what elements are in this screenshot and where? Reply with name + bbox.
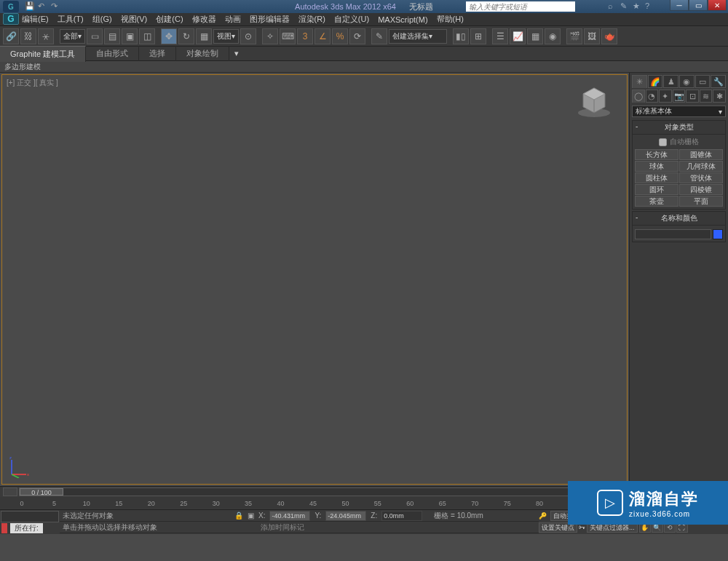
obj-torus-button[interactable]: 圆环 [635, 184, 678, 195]
mirror-icon[interactable]: ▮▯ [453, 28, 469, 44]
viewcube-icon[interactable] [576, 82, 612, 119]
schematic-icon[interactable]: ▦ [527, 28, 543, 44]
select-object-icon[interactable]: ▭ [87, 28, 103, 44]
cat-systems-icon[interactable]: ✱ [713, 89, 726, 103]
layers-icon[interactable]: ☰ [492, 28, 508, 44]
app-menu-button[interactable]: G [3, 13, 19, 25]
comm-icon[interactable]: ✎ [620, 1, 630, 12]
menu-customize[interactable]: 自定义(U) [334, 14, 369, 25]
menu-help[interactable]: 帮助(H) [437, 14, 464, 25]
close-button[interactable]: ✕ [708, 0, 727, 11]
cat-helpers-icon[interactable]: ⊡ [686, 89, 699, 103]
select-region-icon[interactable]: ▣ [122, 28, 138, 44]
panel-utilities-icon[interactable]: 🔧 [711, 75, 726, 88]
named-sel-dropdown[interactable]: 创建选择集 ▾ [389, 29, 447, 44]
spinner-snap-icon[interactable]: ⟳ [349, 28, 365, 44]
search-icon[interactable]: ⌕ [608, 1, 618, 12]
subcategory-dropdown[interactable]: 标准基本体▾ [632, 106, 726, 117]
menu-views[interactable]: 视图(V) [121, 14, 148, 25]
obj-box-button[interactable]: 长方体 [635, 149, 678, 160]
material-editor-icon[interactable]: ◉ [545, 28, 561, 44]
viewport[interactable]: [+] 正交 ][ 真实 ] z x [1, 74, 628, 485]
align-icon[interactable]: ⊞ [470, 28, 486, 44]
percent-snap-icon[interactable]: % [332, 28, 348, 44]
edit-named-sel-icon[interactable]: ✎ [371, 28, 387, 44]
qat-save-icon[interactable]: 💾 [25, 1, 35, 12]
ribbon-minimize-icon[interactable]: ▾ [229, 47, 244, 60]
help-icon[interactable]: ? [645, 1, 655, 12]
manipulate-icon[interactable]: ✧ [262, 28, 278, 44]
key-icon[interactable]: 🗝 [579, 524, 585, 531]
obj-plane-button[interactable]: 平面 [679, 196, 723, 207]
ribbon-tab-freeform[interactable]: 自由形式 [86, 46, 139, 61]
menu-edit[interactable]: 编辑(E) [22, 14, 49, 25]
cat-cameras-icon[interactable]: 📷 [673, 89, 686, 103]
menu-rendering[interactable]: 渲染(R) [298, 14, 325, 25]
snap-toggle-icon[interactable]: 3 [297, 28, 313, 44]
obj-sphere-button[interactable]: 球体 [635, 161, 678, 172]
select-scale-icon[interactable]: ▦ [196, 28, 212, 44]
x-coord-input[interactable]: -40.431mm [269, 511, 310, 521]
rollout-header[interactable]: 对象类型 [633, 121, 725, 135]
menu-tools[interactable]: 工具(T) [58, 14, 84, 25]
key-mode-icon[interactable]: 🔑 [539, 512, 549, 520]
time-ruler[interactable]: 051015202530354045505560657075808590 [22, 497, 626, 509]
y-coord-input[interactable]: -24.045mm [325, 511, 366, 521]
window-crossing-icon[interactable]: ◫ [139, 28, 155, 44]
selection-filter-dropdown[interactable]: 全部 ▾ [60, 29, 85, 44]
select-move-icon[interactable]: ✥ [161, 28, 177, 44]
ribbon-tab-objectpaint[interactable]: 对象绘制 [176, 46, 229, 61]
panel-create-icon[interactable]: ✳ [632, 75, 647, 88]
render-icon[interactable]: 🫖 [601, 28, 617, 44]
obj-teapot-button[interactable]: 茶壶 [635, 196, 678, 207]
help-search-input[interactable] [466, 1, 575, 12]
obj-cone-button[interactable]: 圆锥体 [679, 149, 723, 160]
cat-shapes-icon[interactable]: ◔ [646, 89, 659, 103]
add-time-tag[interactable]: 添加时间标记 [261, 522, 304, 533]
unlink-icon[interactable]: ⛓ [20, 28, 36, 44]
keyboard-shortcut-icon[interactable]: ⌨ [280, 28, 296, 44]
panel-hierarchy-icon[interactable]: ♟ [663, 75, 678, 88]
cat-lights-icon[interactable]: ✦ [659, 89, 672, 103]
object-color-swatch[interactable] [713, 229, 723, 239]
obj-tube-button[interactable]: 管状体 [679, 172, 723, 183]
obj-geosphere-button[interactable]: 几何球体 [679, 161, 723, 172]
z-coord-input[interactable]: 0.0mm [381, 511, 422, 521]
cat-geometry-icon[interactable]: ◯ [632, 89, 645, 103]
fav-icon[interactable]: ★ [633, 1, 643, 12]
angle-snap-icon[interactable]: ∠ [314, 28, 331, 44]
ribbon-tab-graphite[interactable]: Graphite 建模工具 [0, 46, 86, 62]
select-rotate-icon[interactable]: ↻ [178, 28, 194, 44]
render-frame-icon[interactable]: 🖼 [584, 28, 600, 44]
minimize-button[interactable]: ─ [670, 0, 689, 11]
panel-display-icon[interactable]: ▭ [695, 75, 711, 88]
menu-group[interactable]: 组(G) [92, 14, 112, 25]
ref-coord-dropdown[interactable]: 视图 ▾ [213, 29, 239, 44]
menu-modifiers[interactable]: 修改器 [192, 14, 216, 25]
qat-redo-icon[interactable]: ↷ [51, 1, 61, 12]
select-name-icon[interactable]: ▤ [104, 28, 120, 44]
time-slider-thumb[interactable]: 0 / 100 [20, 488, 63, 496]
menu-maxscript[interactable]: MAXScript(M) [378, 15, 427, 24]
use-center-icon[interactable]: ⊙ [240, 28, 256, 44]
curve-editor-icon[interactable]: 📈 [510, 28, 526, 44]
panel-motion-icon[interactable]: ◉ [679, 75, 695, 88]
cat-spacewarps-icon[interactable]: ≋ [700, 89, 713, 103]
menu-grapheditors[interactable]: 图形编辑器 [250, 14, 290, 25]
obj-cylinder-button[interactable]: 圆柱体 [635, 172, 678, 183]
viewport-label[interactable]: [+] 正交 ][ 真实 ] [7, 78, 58, 88]
panel-modify-icon[interactable]: 🌈 [648, 75, 663, 88]
app-icon[interactable]: G [3, 1, 19, 12]
time-config-icon[interactable] [3, 488, 17, 496]
obj-pyramid-button[interactable]: 四棱锥 [679, 184, 723, 195]
ribbon-tab-selection[interactable]: 选择 [139, 46, 176, 61]
link-icon[interactable]: 🔗 [3, 28, 19, 44]
maximize-button[interactable]: ▭ [689, 0, 708, 11]
lock-icon[interactable]: 🔒 [234, 512, 243, 520]
render-setup-icon[interactable]: 🎬 [566, 28, 582, 44]
menu-animation[interactable]: 动画 [225, 14, 241, 25]
rollout-header-2[interactable]: 名称和颜色 [633, 212, 725, 226]
qat-undo-icon[interactable]: ↶ [38, 1, 48, 12]
bind-icon[interactable]: ⚹ [38, 28, 54, 44]
isolate-icon[interactable]: ▣ [248, 512, 254, 520]
